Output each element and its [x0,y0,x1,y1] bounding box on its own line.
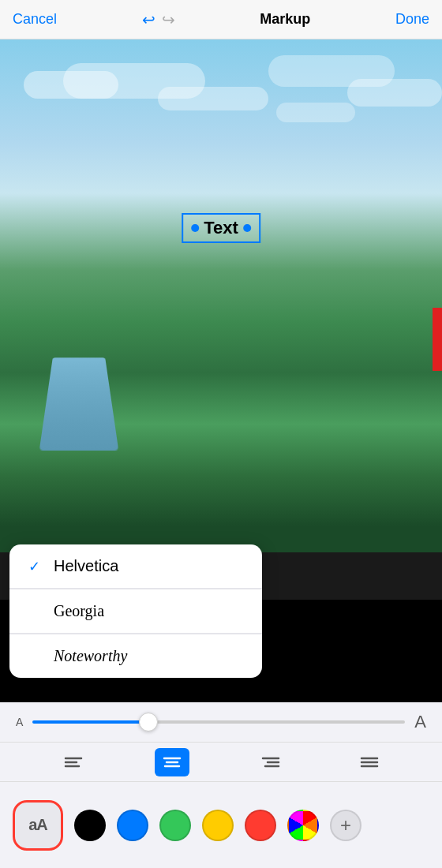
photo-background: Text [0,39,442,552]
color-black[interactable] [74,810,106,841]
page-title: Markup [260,11,310,28]
align-justify-icon [360,755,379,769]
aa-font-button[interactable]: aA [13,800,63,851]
undo-button[interactable]: ↩ [142,10,155,29]
font-picker-panel: ✓ Helvetica ✓ Georgia ✓ Noteworthy [9,544,262,678]
color-blue[interactable] [117,810,148,841]
red-flag [433,308,442,371]
text-annotation[interactable]: Text [182,213,260,243]
align-right-icon [261,755,280,769]
checkmark-placeholder: ✓ [28,603,44,620]
font-name-georgia: Georgia [54,602,104,620]
cancel-button[interactable]: Cancel [13,11,57,28]
align-right-button[interactable] [253,748,288,776]
done-label: Done [395,11,429,28]
add-color-button[interactable]: + [330,810,361,841]
align-justify-button[interactable] [352,748,387,776]
add-icon: + [340,816,351,835]
align-left-button[interactable] [56,748,91,776]
undo-redo-group: ↩ ↪ [142,10,175,29]
font-option-noteworthy[interactable]: ✓ Noteworthy [9,634,262,678]
redo-icon: ↪ [162,11,175,28]
align-center-button[interactable] [155,748,189,776]
water-canal [39,357,119,451]
top-bar: Cancel ↩ ↪ Markup Done [0,0,442,39]
done-button[interactable]: Done [395,11,429,28]
right-handle-dot [243,224,251,232]
left-handle-dot [191,224,199,232]
align-left-icon [64,755,83,769]
checkmark-icon: ✓ [28,558,44,575]
font-name-noteworthy: Noteworthy [54,647,127,665]
font-option-helvetica[interactable]: ✓ Helvetica [9,544,262,589]
color-multicolor[interactable] [287,810,319,841]
cloud-5 [276,103,355,122]
cancel-label: Cancel [13,11,57,28]
undo-icon: ↩ [142,11,155,28]
annotation-text: Text [204,218,238,238]
aa-font-label: aA [28,816,47,834]
cloud-6 [347,79,442,107]
align-center-icon [163,755,182,769]
alignment-row [0,742,442,781]
cloud-3 [158,87,268,110]
font-name-helvetica: Helvetica [54,557,118,575]
color-green[interactable] [159,810,191,841]
font-size-slider[interactable] [32,720,405,724]
font-size-small-label: A [16,716,23,728]
color-yellow[interactable] [202,810,234,841]
size-slider-row: A A [0,702,442,742]
redo-button[interactable]: ↪ [162,10,175,29]
color-red[interactable] [245,810,276,841]
checkmark-placeholder-2: ✓ [28,648,44,665]
font-option-georgia[interactable]: ✓ Georgia [9,589,262,634]
font-size-large-label: A [414,712,426,732]
bottom-toolbar: aA + [0,781,442,868]
photo-area: Text [0,39,442,552]
